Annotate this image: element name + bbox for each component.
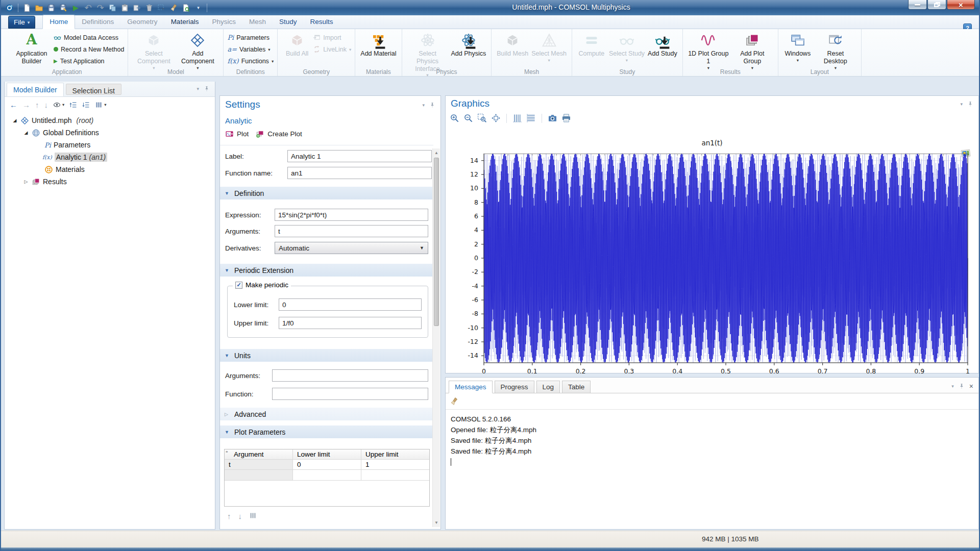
clear-messages-button[interactable] [450, 397, 459, 406]
make-periodic-checkbox[interactable]: ✓ [235, 282, 242, 289]
tab-log[interactable]: Log [536, 381, 560, 393]
create-plot-button[interactable]: Create Plot [267, 130, 302, 138]
table-header-argument[interactable]: »Argument [225, 449, 293, 460]
add-material-button[interactable]: Add Material [359, 31, 398, 59]
forward-button[interactable]: → [22, 101, 30, 109]
paste-button[interactable] [119, 3, 130, 13]
plot-canvas[interactable] [480, 154, 972, 370]
tab-selection-list[interactable]: Selection List [66, 84, 121, 95]
expression-input[interactable] [275, 209, 428, 221]
label-input[interactable] [287, 150, 432, 162]
add-component-button[interactable]: Add Component▾ [176, 31, 219, 71]
tab-messages[interactable]: Messages [449, 381, 493, 393]
function-name-input[interactable] [287, 167, 432, 179]
table-header-lower-limit[interactable]: Lower limit [293, 449, 361, 460]
back-button[interactable]: ← [10, 101, 17, 109]
build-mesh-button[interactable]: Build Mesh [495, 31, 530, 59]
select-mesh-button[interactable]: Select Mesh▾ [530, 31, 568, 64]
panel-menu-icon[interactable]: ▾ [422, 103, 425, 108]
row-move-down-button[interactable]: ↓ [238, 512, 242, 520]
tree-item-analytic-1[interactable]: f(x) Analytic 1(an1) [8, 151, 215, 163]
qat-dropdown-icon[interactable]: ▾ [193, 3, 204, 13]
add-physics-button[interactable]: Add Physics [450, 31, 488, 59]
plot-button[interactable]: Plot [237, 130, 249, 138]
panel-menu-icon[interactable]: ▾ [197, 86, 199, 91]
collapse-all-button[interactable] [69, 101, 77, 109]
reset-desktop-button[interactable]: Reset Desktop▾ [814, 31, 857, 71]
section-plot-parameters[interactable]: ▼ Plot Parameters [220, 425, 434, 438]
columns-button[interactable]: ▾ [95, 101, 106, 109]
restore-button[interactable] [927, 0, 946, 10]
tree-expanded-icon[interactable]: ◢ [23, 130, 29, 135]
tab-materials[interactable]: Materials [164, 15, 206, 29]
pin-icon[interactable] [967, 101, 973, 107]
close-button[interactable]: × [947, 0, 975, 10]
tab-physics[interactable]: Physics [205, 15, 242, 29]
build-all-button[interactable]: Build All [281, 31, 313, 59]
arguments-input[interactable] [275, 225, 428, 237]
tree-item-root[interactable]: ◢ Untitled.mph(root) [8, 114, 215, 127]
tree-item-materials[interactable]: Materials [8, 163, 215, 176]
close-panel-icon[interactable]: × [969, 382, 973, 390]
compute-button[interactable]: Compute [576, 31, 607, 59]
application-builder-button[interactable]: A Application Builder [10, 31, 54, 66]
copy-button[interactable] [107, 3, 118, 13]
zoom-in-button[interactable] [450, 113, 459, 123]
table-cell[interactable]: 1 [361, 460, 429, 470]
table-cell[interactable]: 0 [293, 460, 361, 470]
section-definition[interactable]: ▼ Definition [220, 187, 434, 199]
pin-icon[interactable] [429, 102, 435, 108]
table-header-upper-limit[interactable]: Upper limit [361, 449, 429, 460]
tab-mesh[interactable]: Mesh [242, 15, 273, 29]
import-geometry-button[interactable]: Import [313, 33, 351, 42]
tab-model-builder[interactable]: Model Builder [7, 83, 64, 96]
tree-item-parameters[interactable]: Pi Parameters [8, 139, 215, 151]
scroll-up-icon[interactable]: ▲ [433, 151, 440, 155]
table-cell[interactable]: t [225, 460, 293, 470]
move-up-button[interactable]: ↑ [35, 101, 39, 109]
clear-table-button[interactable] [249, 512, 257, 519]
tab-definitions[interactable]: Definitions [75, 15, 120, 29]
clear-button[interactable] [168, 3, 179, 13]
windows-button[interactable]: Windows▾ [782, 31, 814, 64]
tab-study[interactable]: Study [273, 15, 304, 29]
test-application-button[interactable]: ▶Test Application [54, 56, 124, 66]
variables-button[interactable]: a=Variables▾ [227, 44, 274, 54]
scrollbar-thumb[interactable] [434, 158, 439, 326]
comsol-logo-icon[interactable] [4, 3, 15, 13]
derivatives-select[interactable]: Automatic ▼ [275, 242, 428, 254]
minimize-button[interactable] [908, 0, 927, 10]
parameters-button[interactable]: PiParameters [227, 33, 274, 42]
lower-limit-input[interactable] [279, 298, 422, 311]
settings-scrollbar[interactable]: ▲ ▼ [432, 148, 440, 527]
x-grid-button[interactable] [512, 113, 522, 123]
tree-item-results[interactable]: ▷ Results [8, 176, 215, 188]
report-button[interactable] [181, 3, 191, 13]
add-study-button[interactable]: Add Study [646, 31, 679, 59]
record-new-method-button[interactable]: Record a New Method [54, 44, 124, 54]
add-plot-group-button[interactable]: Add Plot Group▾ [730, 31, 774, 71]
pin-icon[interactable] [204, 86, 210, 92]
select-component-button[interactable]: Select Component▾ [132, 31, 176, 71]
tab-table[interactable]: Table [562, 381, 591, 393]
row-move-up-button[interactable]: ↑ [227, 512, 231, 520]
units-function-input[interactable] [272, 388, 428, 400]
expand-all-button[interactable] [82, 101, 90, 109]
tree-item-global-definitions[interactable]: ◢ Global Definitions [8, 127, 215, 139]
tab-home[interactable]: Home [42, 15, 75, 29]
tree-collapsed-icon[interactable]: ▷ [23, 179, 29, 184]
save-as-button[interactable] [58, 3, 69, 13]
livelink-button[interactable]: LiveLink▾ [313, 44, 351, 54]
table-cell[interactable] [293, 470, 361, 481]
select-box-button[interactable] [156, 3, 167, 13]
new-file-button[interactable] [21, 3, 32, 13]
redo-button[interactable]: ↷ [95, 3, 106, 13]
move-down-button[interactable]: ↓ [44, 101, 48, 109]
file-menu-button[interactable]: File▾ [8, 16, 35, 29]
plot-group-1-button[interactable]: 1D Plot Group 1▾ [687, 31, 730, 71]
tree-expanded-icon[interactable]: ◢ [12, 118, 18, 123]
run-button[interactable]: ▶ [70, 3, 81, 13]
upper-limit-input[interactable] [279, 317, 422, 329]
snapshot-button[interactable] [548, 113, 557, 123]
undo-button[interactable]: ↶ [83, 3, 93, 13]
